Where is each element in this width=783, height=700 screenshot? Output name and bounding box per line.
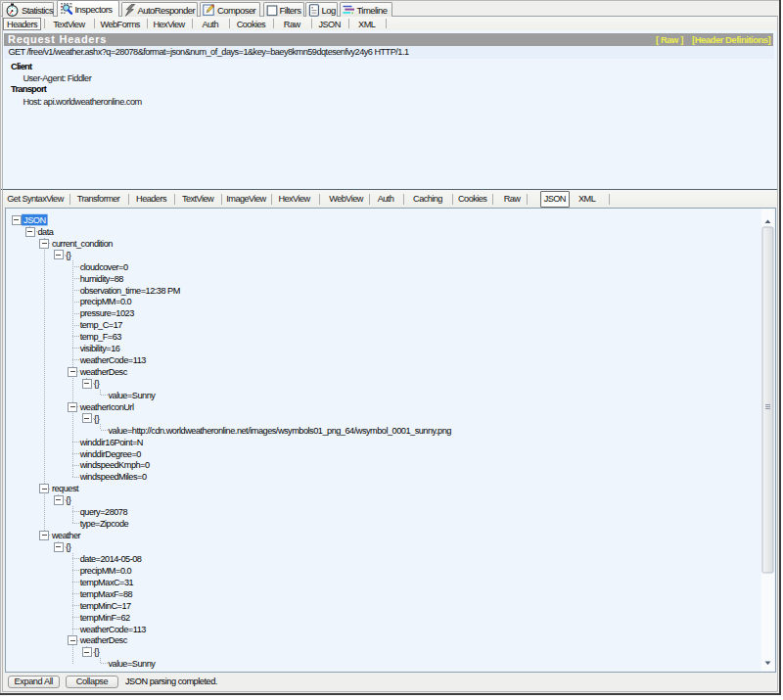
svg-text:visibility=16: visibility=16 bbox=[80, 344, 120, 353]
svg-text:value=http://cdn.worldweathero: value=http://cdn.worldweatheronline.net/… bbox=[109, 426, 452, 436]
svg-text:date=2014-05-08: date=2014-05-08 bbox=[80, 554, 142, 564]
svg-text:temp_C=17: temp_C=17 bbox=[80, 320, 123, 330]
svg-text:cloudcover=0: cloudcover=0 bbox=[80, 262, 128, 272]
svg-text:observation_time=12:38 PM: observation_time=12:38 PM bbox=[80, 286, 180, 296]
svg-text:weatherDesc: weatherDesc bbox=[79, 635, 128, 645]
svg-text:data: data bbox=[38, 227, 55, 237]
svg-text:windspeedMiles=0: windspeedMiles=0 bbox=[79, 472, 147, 482]
svg-text:{}: {} bbox=[66, 495, 71, 505]
svg-text:current_condition: current_condition bbox=[52, 239, 113, 249]
svg-text:weatherCode=113: weatherCode=113 bbox=[79, 625, 147, 634]
svg-text:JSON: JSON bbox=[23, 215, 46, 225]
svg-text:{}: {} bbox=[66, 251, 71, 260]
svg-text:weatherCode=113: weatherCode=113 bbox=[79, 355, 147, 365]
svg-text:weatherDesc: weatherDesc bbox=[79, 367, 128, 377]
svg-text:{}: {} bbox=[94, 647, 100, 657]
svg-text:value=Sunny: value=Sunny bbox=[109, 659, 157, 669]
svg-text:{}: {} bbox=[66, 542, 71, 552]
svg-text:precipMM=0.0: precipMM=0.0 bbox=[80, 297, 132, 306]
svg-text:windspeedKmph=0: windspeedKmph=0 bbox=[79, 460, 150, 470]
svg-text:precipMM=0.0: precipMM=0.0 bbox=[80, 566, 132, 576]
svg-text:winddir16Point=N: winddir16Point=N bbox=[79, 438, 143, 447]
svg-text:winddirDegree=0: winddirDegree=0 bbox=[79, 449, 142, 459]
svg-text:tempMaxF=88: tempMaxF=88 bbox=[80, 589, 133, 599]
svg-text:humidity=88: humidity=88 bbox=[80, 274, 124, 284]
svg-text:query=28078: query=28078 bbox=[80, 507, 128, 517]
svg-text:pressure=1023: pressure=1023 bbox=[80, 308, 134, 318]
svg-text:tempMinC=17: tempMinC=17 bbox=[80, 601, 131, 611]
svg-text:{}: {} bbox=[94, 414, 100, 424]
svg-text:{}: {} bbox=[94, 379, 100, 389]
svg-text:request: request bbox=[52, 484, 79, 493]
svg-text:temp_F=63: temp_F=63 bbox=[80, 332, 122, 342]
svg-text:tempMaxC=31: tempMaxC=31 bbox=[80, 578, 134, 587]
svg-text:type=Zipcode: type=Zipcode bbox=[80, 519, 129, 529]
svg-text:weather: weather bbox=[51, 531, 81, 540]
svg-text:value=Sunny: value=Sunny bbox=[109, 391, 157, 400]
svg-text:weatherIconUrl: weatherIconUrl bbox=[79, 402, 134, 412]
svg-text:tempMinF=62: tempMinF=62 bbox=[80, 613, 130, 623]
